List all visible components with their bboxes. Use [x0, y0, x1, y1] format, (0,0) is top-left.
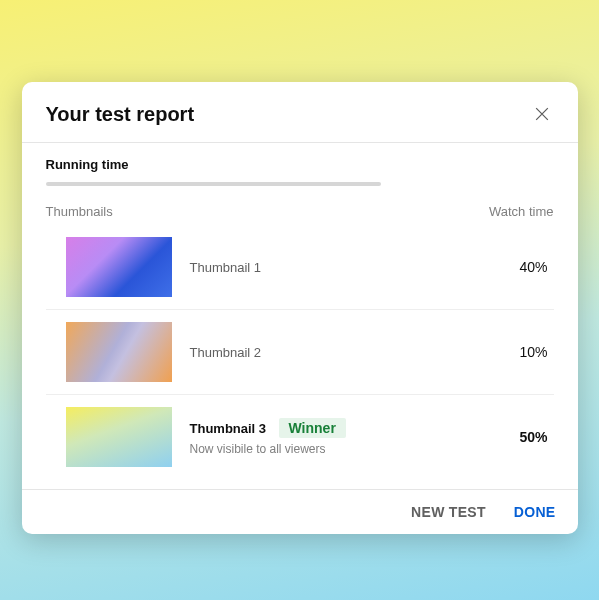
watch-time-value: 40% [494, 259, 554, 275]
done-button[interactable]: DONE [514, 504, 556, 520]
dialog-footer: NEW TEST DONE [22, 489, 578, 534]
col-watch-time: Watch time [489, 204, 554, 219]
watch-time-value: 50% [494, 429, 554, 445]
running-time-label: Running time [46, 157, 554, 172]
running-time-progress [46, 182, 381, 186]
thumbnail-label: Thumbnail 3 [190, 421, 267, 436]
row-meta: Thumbnail 1 [190, 260, 494, 275]
thumbnail-1-image [66, 237, 172, 297]
watch-time-value: 10% [494, 344, 554, 360]
thumbnail-label: Thumbnail 1 [190, 260, 494, 275]
table-row: Thumbnail 3 Winner Now visibile to all v… [46, 395, 554, 479]
row-meta: Thumbnail 3 Winner Now visibile to all v… [190, 418, 494, 456]
table-row: Thumbnail 2 10% [46, 310, 554, 395]
thumbnail-3-image [66, 407, 172, 467]
table-row: Thumbnail 1 40% [46, 225, 554, 310]
report-section: Running time Thumbnails Watch time Thumb… [22, 143, 578, 489]
close-button[interactable] [530, 102, 554, 126]
close-icon [532, 104, 552, 124]
thumbnail-2-image [66, 322, 172, 382]
winner-badge: Winner [279, 418, 346, 438]
dialog-header: Your test report [22, 82, 578, 142]
thumbnail-label: Thumbnail 2 [190, 345, 494, 360]
dialog-title: Your test report [46, 103, 195, 126]
col-thumbnails: Thumbnails [46, 204, 113, 219]
row-meta: Thumbnail 2 [190, 345, 494, 360]
new-test-button[interactable]: NEW TEST [411, 504, 486, 520]
test-report-dialog: Your test report Running time Thumbnails… [22, 82, 578, 534]
winner-subtext: Now visibile to all viewers [190, 442, 494, 456]
column-headers: Thumbnails Watch time [46, 204, 554, 219]
